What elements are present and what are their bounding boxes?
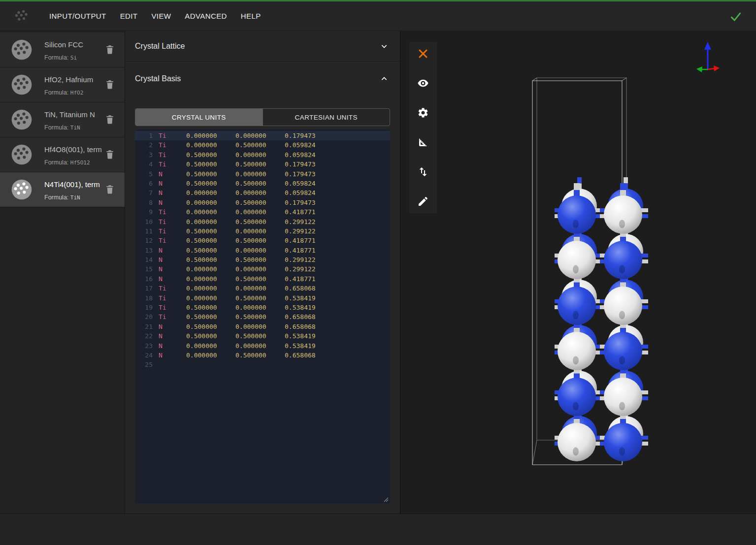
- material-avatar-icon: [10, 178, 33, 201]
- element-symbol: N: [159, 274, 163, 284]
- coord-x: 0.000000: [186, 264, 217, 274]
- section-crystal-lattice[interactable]: Crystal Lattice: [125, 31, 400, 62]
- menu-help[interactable]: HELP: [234, 7, 268, 25]
- basis-row[interactable]: 17Ti0.0000000.0000000.658068: [135, 284, 390, 293]
- coord-y: 0.500000: [235, 160, 266, 169]
- basis-row[interactable]: 20Ti0.5000000.5000000.658068: [135, 312, 390, 321]
- menu-edit[interactable]: EDIT: [113, 7, 145, 25]
- material-list-item[interactable]: TiN, Titanium NFormula: TiN: [0, 102, 125, 137]
- dots-cluster-icon: [10, 38, 33, 61]
- delete-material-button[interactable]: [105, 114, 115, 125]
- line-number: 8: [135, 198, 153, 207]
- section-crystal-basis[interactable]: Crystal Basis: [125, 62, 400, 96]
- basis-row[interactable]: 13N0.5000000.0000000.418771: [135, 246, 390, 255]
- material-editor-panel: Crystal Lattice Crystal Basis CRYSTAL UN…: [125, 31, 400, 513]
- resize-handle-icon[interactable]: [383, 496, 389, 502]
- coord-y: 0.500000: [235, 179, 266, 188]
- element-symbol: Ti: [159, 150, 166, 160]
- coord-x: 0.500000: [186, 255, 217, 264]
- element-symbol: N: [159, 255, 163, 264]
- coord-x: 0.000000: [186, 274, 217, 284]
- material-list-item[interactable]: HfO2, HafniumFormula: HfO2: [0, 67, 125, 102]
- coord-y: 0.500000: [235, 236, 266, 245]
- settings-button[interactable]: [417, 107, 429, 119]
- coord-x: 0.500000: [186, 303, 217, 312]
- line-number: 19: [135, 303, 153, 312]
- line-number: 11: [135, 226, 153, 236]
- basis-row[interactable]: 9Ti0.0000000.0000000.418771: [135, 207, 390, 217]
- coord-x: 0.500000: [186, 226, 217, 236]
- measurement-button[interactable]: [417, 136, 429, 148]
- basis-row[interactable]: 10Ti0.0000000.5000000.299122: [135, 217, 390, 226]
- basis-row[interactable]: 11Ti0.5000000.0000000.299122: [135, 226, 390, 236]
- coord-y: 0.000000: [235, 131, 266, 140]
- basis-coordinates-editor[interactable]: 1Ti0.0000000.0000000.1794732Ti0.0000000.…: [135, 129, 390, 504]
- basis-row[interactable]: 6N0.5000000.5000000.059824: [135, 179, 390, 188]
- basis-row[interactable]: 2Ti0.0000000.5000000.059824: [135, 140, 390, 150]
- element-symbol: Ti: [159, 236, 166, 245]
- basis-row[interactable]: 24N0.0000000.5000000.658068: [135, 351, 390, 360]
- coord-x: 0.000000: [186, 284, 217, 293]
- basis-row[interactable]: 8N0.0000000.5000000.179473: [135, 198, 390, 207]
- basis-row[interactable]: 21N0.5000000.0000000.658068: [135, 322, 390, 331]
- material-list-item[interactable]: Hf4O8(001), termFormula: Hf5O12: [0, 137, 125, 172]
- crystal-scene[interactable]: [400, 31, 755, 513]
- coord-y: 0.000000: [235, 207, 266, 217]
- material-list-item[interactable]: N4Ti4(001), termFormula: TiN: [0, 172, 125, 207]
- menu-input-output[interactable]: INPUT/OUTPUT: [42, 7, 113, 25]
- tab-cartesian-units[interactable]: CARTESIAN UNITS: [263, 109, 390, 126]
- basis-row[interactable]: 1Ti0.0000000.0000000.179473: [135, 131, 390, 140]
- check-icon[interactable]: [729, 10, 742, 23]
- basis-row[interactable]: 16N0.0000000.5000000.418771: [135, 274, 390, 284]
- line-number: 1: [135, 131, 153, 140]
- coord-y: 0.500000: [235, 255, 266, 264]
- edit-button[interactable]: [417, 195, 429, 207]
- swap-axes-button[interactable]: [417, 166, 429, 178]
- close-button[interactable]: [417, 48, 429, 60]
- coord-x: 0.000000: [186, 188, 217, 197]
- coord-y: 0.000000: [235, 150, 266, 160]
- basis-row[interactable]: 4Ti0.5000000.5000000.179473: [135, 160, 390, 169]
- viewer-3d[interactable]: [400, 31, 756, 513]
- coord-x: 0.500000: [186, 331, 217, 341]
- trash-icon: [105, 44, 114, 55]
- element-symbol: N: [159, 188, 163, 197]
- main-menu: INPUT/OUTPUT EDIT VIEW ADVANCED HELP: [42, 7, 268, 25]
- line-number: 20: [135, 312, 153, 321]
- basis-row[interactable]: 19Ti0.5000000.0000000.538419: [135, 303, 390, 312]
- basis-row[interactable]: 22N0.5000000.5000000.538419: [135, 331, 390, 341]
- section-title: Crystal Basis: [135, 74, 181, 83]
- element-symbol: Ti: [159, 140, 166, 150]
- delete-material-button[interactable]: [105, 79, 115, 90]
- basis-row[interactable]: 12Ti0.5000000.5000000.418771: [135, 236, 390, 245]
- coord-x: 0.000000: [186, 341, 217, 351]
- basis-row[interactable]: 5N0.5000000.0000000.179473: [135, 169, 390, 179]
- material-list-item[interactable]: Silicon FCCFormula: Si: [0, 32, 125, 67]
- basis-row[interactable]: 7N0.0000000.0000000.059824: [135, 188, 390, 197]
- coord-z: 0.538419: [285, 293, 316, 303]
- trash-icon: [105, 114, 114, 125]
- visibility-button[interactable]: [417, 77, 429, 89]
- element-symbol: Ti: [159, 293, 166, 303]
- basis-row[interactable]: 18Ti0.0000000.5000000.538419: [135, 293, 390, 303]
- delete-material-button[interactable]: [105, 44, 115, 55]
- delete-material-button[interactable]: [105, 149, 115, 160]
- tab-crystal-units[interactable]: CRYSTAL UNITS: [135, 109, 263, 126]
- basis-row[interactable]: 3Ti0.5000000.0000000.059824: [135, 150, 390, 160]
- coord-y: 0.500000: [235, 312, 266, 321]
- material-title: Silicon FCC: [44, 40, 101, 49]
- basis-row[interactable]: 23N0.0000000.0000000.538419: [135, 341, 390, 351]
- dots-cluster-icon: [13, 8, 30, 25]
- basis-row[interactable]: 14N0.5000000.5000000.299122: [135, 255, 390, 264]
- app-logo-icon[interactable]: [13, 7, 31, 25]
- basis-row[interactable]: 15N0.0000000.0000000.299122: [135, 264, 390, 274]
- coord-z: 0.418771: [285, 246, 316, 255]
- menu-view[interactable]: VIEW: [144, 7, 178, 25]
- menu-advanced[interactable]: ADVANCED: [178, 7, 233, 25]
- element-symbol: N: [159, 246, 163, 255]
- delete-material-button[interactable]: [105, 184, 115, 195]
- line-number: 10: [135, 217, 153, 226]
- coord-y: 0.000000: [235, 264, 266, 274]
- visibility-icon: [417, 77, 429, 89]
- basis-row-empty[interactable]: 25: [135, 360, 390, 369]
